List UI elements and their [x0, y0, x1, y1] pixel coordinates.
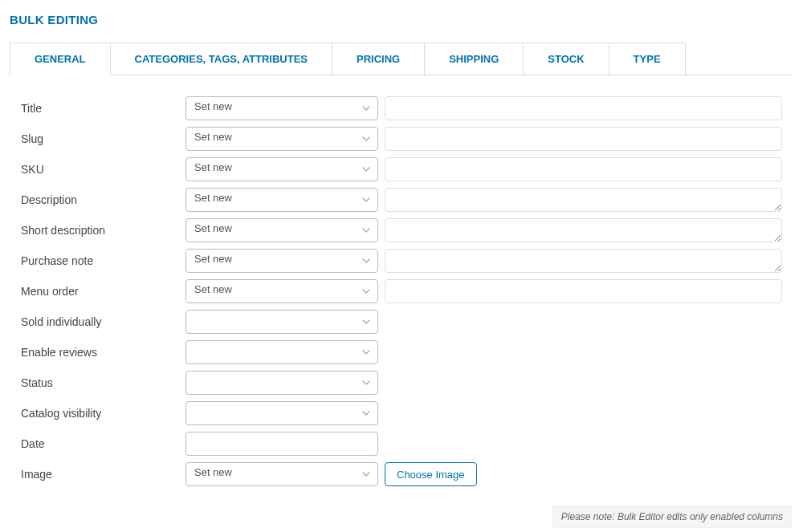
select-slug[interactable]: Set new — [185, 127, 378, 151]
row-sku: SKU Set new — [21, 156, 782, 183]
form-area: Title Set new Slug Set new SKU Set new — [10, 75, 793, 488]
label-sku: SKU — [21, 163, 185, 176]
row-sold-individually: Sold individually — [21, 308, 782, 335]
select-purchase-note[interactable]: Set new — [185, 249, 378, 273]
row-purchase-note: Purchase note Set new — [21, 247, 782, 274]
input-menu-order[interactable] — [385, 279, 782, 303]
row-description: Description Set new — [21, 186, 782, 213]
select-menu-order[interactable]: Set new — [185, 279, 378, 303]
label-menu-order: Menu order — [21, 285, 185, 298]
label-date: Date — [21, 437, 185, 450]
choose-image-button[interactable]: Choose Image — [385, 462, 477, 486]
select-sku[interactable]: Set new — [185, 157, 378, 181]
row-enable-reviews: Enable reviews — [21, 339, 782, 366]
label-slug: Slug — [21, 132, 185, 145]
input-sku[interactable] — [385, 157, 782, 181]
label-status: Status — [21, 376, 185, 389]
select-short-description[interactable]: Set new — [185, 218, 378, 242]
input-date[interactable] — [185, 432, 378, 456]
input-slug[interactable] — [385, 127, 782, 151]
row-slug: Slug Set new — [21, 125, 782, 152]
input-title[interactable] — [385, 96, 782, 120]
label-image: Image — [21, 468, 185, 481]
label-sold-individually: Sold individually — [21, 315, 185, 328]
label-title: Title — [21, 102, 185, 115]
label-short-description: Short description — [21, 224, 185, 237]
page-title: BULK EDITING — [10, 13, 793, 26]
select-enable-reviews[interactable] — [185, 340, 378, 364]
textarea-description[interactable] — [385, 188, 782, 212]
tab-type[interactable]: TYPE — [609, 43, 686, 75]
tab-stock[interactable]: STOCK — [524, 43, 609, 75]
tab-general[interactable]: GENERAL — [10, 43, 111, 75]
row-title: Title Set new — [21, 95, 782, 122]
note-wrap: Please note: Bulk Editor edits only enab… — [10, 491, 793, 528]
select-status[interactable] — [185, 371, 378, 395]
row-menu-order: Menu order Set new — [21, 278, 782, 305]
row-status: Status — [21, 369, 782, 396]
tabs-bar: GENERAL CATEGORIES, TAGS, ATTRIBUTES PRI… — [10, 43, 793, 75]
label-description: Description — [21, 193, 185, 206]
note-label: Please note: Bulk Editor edits only enab… — [552, 506, 792, 528]
row-image: Image Set new Choose Image — [21, 461, 782, 488]
label-catalog-visibility: Catalog visibility — [21, 407, 185, 420]
row-catalog-visibility: Catalog visibility — [21, 400, 782, 427]
select-sold-individually[interactable] — [185, 310, 378, 334]
select-image[interactable]: Set new — [185, 462, 378, 486]
select-catalog-visibility[interactable] — [185, 401, 378, 425]
label-enable-reviews: Enable reviews — [21, 346, 185, 359]
select-description[interactable]: Set new — [185, 188, 378, 212]
textarea-short-description[interactable] — [385, 218, 782, 242]
textarea-purchase-note[interactable] — [385, 249, 782, 273]
tab-shipping[interactable]: SHIPPING — [425, 43, 524, 75]
row-short-description: Short description Set new — [21, 217, 782, 244]
row-date: Date — [21, 430, 782, 457]
tab-pricing[interactable]: PRICING — [332, 43, 425, 75]
tab-categories[interactable]: CATEGORIES, TAGS, ATTRIBUTES — [111, 43, 332, 75]
select-title[interactable]: Set new — [185, 96, 378, 120]
label-purchase-note: Purchase note — [21, 254, 185, 267]
